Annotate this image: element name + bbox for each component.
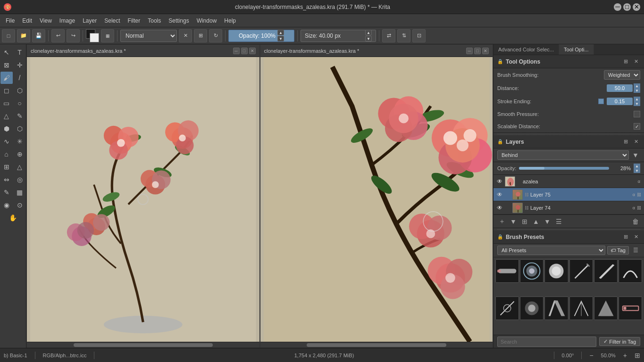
brush-presets-category-select[interactable]: All Presets	[497, 246, 605, 255]
canvas1-restore[interactable]: □	[241, 48, 248, 54]
similar-select-tool[interactable]: ⬡	[14, 123, 26, 135]
undo-button[interactable]: ↩	[51, 29, 65, 42]
save-button[interactable]: 💾	[32, 29, 45, 42]
freehand-select-tool[interactable]: ✎	[14, 110, 26, 122]
menu-filter[interactable]: Filter	[124, 16, 144, 26]
move-layer-down-button[interactable]: ▼	[543, 217, 552, 226]
clear-button[interactable]: ✕	[179, 29, 192, 42]
brush-preset-6[interactable]	[619, 259, 642, 283]
close-button[interactable]: ✕	[633, 3, 640, 11]
stroke-ending-down[interactable]: ▼	[634, 101, 640, 106]
brush-preset-5[interactable]	[594, 259, 618, 283]
layer-visibility-74[interactable]: 👁	[495, 204, 504, 212]
distance-down[interactable]: ▼	[634, 88, 640, 93]
tab-advanced-color[interactable]: Advanced Color Selec...	[493, 44, 559, 55]
canvas1-hscroll[interactable]	[27, 342, 259, 347]
canvas2-minimize[interactable]: ─	[466, 48, 473, 54]
contiguous-select-tool[interactable]: ⬢	[0, 123, 13, 135]
move-layer-up-button[interactable]: ▲	[531, 217, 541, 226]
brush-preset-10[interactable]	[569, 296, 593, 320]
move-tool[interactable]: ✛	[14, 59, 26, 71]
opacity-down[interactable]: ▼	[277, 36, 284, 41]
scalable-distance-checkbox[interactable]: ✓	[634, 123, 640, 130]
layers-opacity-slider[interactable]	[519, 167, 609, 170]
multibrush-tool[interactable]: ✳	[14, 135, 26, 148]
canvas-content-2[interactable]	[260, 57, 493, 342]
polygon-select-tool[interactable]: △	[0, 110, 13, 122]
zoom-tool[interactable]: ◎	[14, 173, 26, 186]
brush-preset-1[interactable]	[495, 259, 519, 283]
line-tool[interactable]: /	[14, 72, 26, 84]
brush-smoothing-select[interactable]: Weighted Basic Stabilizer None	[604, 70, 640, 80]
measure-tool[interactable]: ⇔	[0, 173, 13, 186]
layers-float[interactable]: ⊞	[621, 138, 630, 146]
path-tool[interactable]: ◉	[0, 199, 13, 211]
tool-options-float[interactable]: ⊞	[621, 58, 630, 66]
add-layer-dropdown[interactable]: ▼	[509, 217, 518, 226]
canvas2-close[interactable]: ✕	[482, 48, 489, 54]
ellipse-select-tool[interactable]: ○	[14, 97, 26, 109]
brush-preset-12[interactable]	[619, 296, 642, 320]
canvas-content-1[interactable]	[27, 57, 259, 342]
color-swatch-fg[interactable]	[86, 29, 99, 42]
menu-image[interactable]: Image	[56, 16, 79, 26]
brush-preset-4[interactable]	[569, 259, 593, 283]
brush-preset-3[interactable]	[544, 259, 568, 283]
select-tool[interactable]: ↖	[0, 46, 13, 58]
tool-options-close[interactable]: ✕	[632, 58, 640, 66]
distance-up[interactable]: ▲	[634, 83, 640, 88]
mirror-v-button[interactable]: ⇅	[397, 29, 410, 42]
canvas2-hscroll-thumb[interactable]	[307, 343, 446, 347]
brush-presets-close[interactable]: ✕	[632, 233, 640, 241]
filter-in-tag-button[interactable]: ✓ Filter in Tag	[599, 337, 640, 346]
crop-tool[interactable]: ⊠	[0, 59, 13, 71]
menu-edit[interactable]: Edit	[18, 16, 36, 26]
wrap-button[interactable]: ⊡	[412, 29, 426, 42]
pattern-button[interactable]: ▦	[101, 29, 114, 42]
menu-settings[interactable]: Settings	[165, 16, 192, 26]
zoom-in-button[interactable]: +	[623, 352, 627, 359]
preserve-alpha-button[interactable]: ⊞	[194, 29, 207, 42]
brush-preset-8[interactable]	[520, 296, 544, 320]
new-button[interactable]: □	[2, 29, 15, 42]
ruler-tool[interactable]: △	[14, 161, 26, 173]
bezier-curve-tool[interactable]: ∿	[0, 135, 13, 148]
layers-opacity-up[interactable]: ▲	[634, 164, 640, 168]
layer-options-button[interactable]: ☰	[554, 217, 563, 226]
layer-visibility-75[interactable]: 👁	[495, 190, 504, 199]
smooth-pressure-checkbox[interactable]	[634, 111, 640, 117]
layers-close[interactable]: ✕	[632, 138, 640, 146]
canvas2-restore[interactable]: □	[474, 48, 481, 54]
layers-opacity-down[interactable]: ▼	[634, 168, 640, 173]
transform-tool[interactable]: ⊞	[0, 161, 13, 173]
status-expand-button[interactable]: ⊞	[635, 352, 640, 359]
zoom-out-button[interactable]: −	[589, 352, 593, 359]
color-picker-tool[interactable]: ✎	[0, 186, 13, 198]
menu-layer[interactable]: Layer	[79, 16, 100, 26]
size-down[interactable]: ▼	[365, 36, 372, 41]
blend-mode-select[interactable]: Normal Multiply Screen Behind	[120, 30, 177, 42]
layer-row-75[interactable]: 👁 ⛓ Layer 75 α ⛓	[493, 188, 644, 201]
brush-preset-11[interactable]	[594, 296, 618, 320]
layers-blend-select[interactable]: Behind Normal Multiply	[497, 150, 629, 160]
layer-visibility-azalea[interactable]: 👁	[495, 177, 504, 186]
canvas1-close[interactable]: ✕	[249, 48, 256, 54]
brush-preset-2[interactable]	[520, 259, 544, 283]
refresh-button[interactable]: ↻	[209, 29, 222, 42]
menu-select[interactable]: Select	[100, 16, 124, 26]
menu-tools[interactable]: Tools	[144, 16, 165, 26]
brush-preset-9[interactable]	[544, 296, 568, 320]
menu-window[interactable]: Window	[193, 16, 221, 26]
gradient-tool[interactable]: ▦	[14, 186, 26, 198]
open-button[interactable]: 📁	[17, 29, 30, 42]
text-tool[interactable]: T	[14, 46, 26, 58]
menu-help[interactable]: Help	[220, 16, 240, 26]
brush-presets-options-button[interactable]: ☰	[631, 246, 640, 255]
redo-button[interactable]: ↪	[67, 29, 80, 42]
rect-select-tool[interactable]: ▭	[0, 97, 13, 109]
maximize-button[interactable]: □	[623, 3, 631, 11]
size-up[interactable]: ▲	[365, 30, 372, 35]
brush-presets-float[interactable]: ⊞	[621, 233, 630, 241]
mirror-h-button[interactable]: ⇄	[382, 29, 395, 42]
add-layer-button[interactable]: ＋	[497, 217, 507, 226]
